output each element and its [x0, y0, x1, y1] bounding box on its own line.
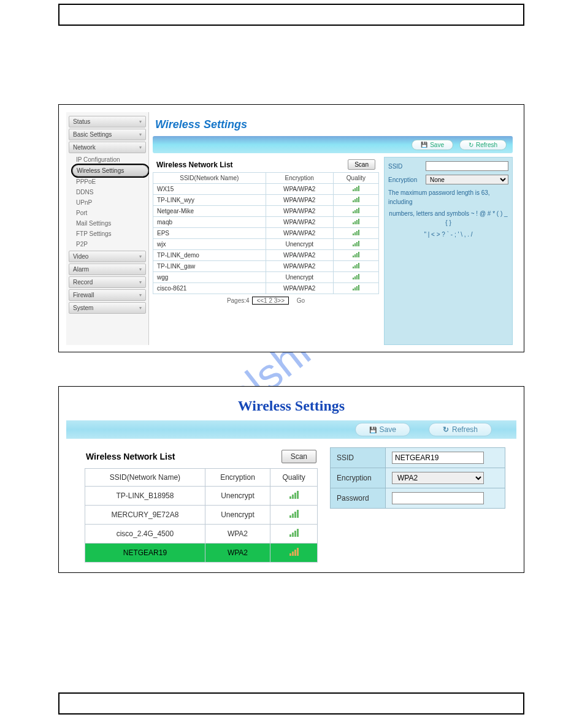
chevron-down-icon: ▾: [139, 279, 142, 285]
screenshot-2: Wireless Settings Save Refresh Wireless …: [58, 386, 524, 573]
pager-nav[interactable]: <<1 2 3>>: [252, 297, 289, 305]
signal-icon: [353, 285, 359, 290]
signal-icon: [289, 491, 299, 499]
sidebar-cat-firewall[interactable]: Firewall▾: [69, 289, 146, 301]
sidebar-item-port[interactable]: Port: [72, 208, 148, 218]
ssid-input[interactable]: [392, 452, 484, 464]
chevron-down-icon: ▾: [139, 305, 142, 311]
sidebar-cat-system[interactable]: System▾: [69, 302, 146, 314]
table-row[interactable]: cisco-8621WPA/WPA2: [153, 283, 379, 294]
network-table: SSID(Network Name) Encryption Quality WX…: [153, 172, 379, 294]
signal-icon: [353, 252, 359, 257]
hint-text-2: numbers, letters and symbols ~ ! @ # * (…: [388, 209, 508, 227]
sidebar-item-upnp[interactable]: UPnP: [72, 197, 148, 208]
col-ssid: SSID(Network Name): [153, 173, 266, 184]
signal-icon: [353, 208, 359, 213]
chevron-down-icon: ▾: [139, 132, 142, 137]
col-ssid: SSID(Network Name): [85, 469, 205, 487]
ssid-label: SSID: [331, 448, 386, 468]
sidebar-item-ftp-settings[interactable]: FTP Settings: [72, 229, 148, 239]
screenshot-1: Status▾Basic Settings▾Network▾IP Configu…: [58, 104, 524, 352]
pager-go[interactable]: Go: [297, 297, 305, 304]
table-row[interactable]: TP-LINK_gawWPA/WPA2: [153, 261, 379, 272]
table-row[interactable]: WX15WPA/WPA2: [153, 184, 379, 195]
scan-button[interactable]: Scan: [282, 450, 316, 463]
settings-form: SSID Encryption WPA2 Password: [330, 447, 505, 563]
toolbar: Save Refresh: [153, 136, 513, 153]
password-input[interactable]: [392, 492, 484, 504]
table-row[interactable]: EPSWPA/WPA2: [153, 228, 379, 239]
table-row[interactable]: Netgear-MikeWPA/WPA2: [153, 206, 379, 217]
signal-icon: [353, 241, 359, 246]
password-label: Password: [331, 488, 386, 509]
sidebar-cat-status[interactable]: Status▾: [69, 116, 146, 127]
signal-icon: [353, 186, 359, 191]
page-footer-bar: [58, 692, 524, 715]
table-row[interactable]: TP-LINK_wyyWPA/WPA2: [153, 195, 379, 206]
table-row[interactable]: cisco_2.4G_4500WPA2: [85, 525, 318, 544]
sidebar-item-ddns[interactable]: DDNS: [72, 187, 148, 197]
encryption-label: Encryption: [331, 468, 386, 488]
col-quality: Quality: [333, 173, 378, 184]
list-heading: Wireless Network List: [156, 161, 233, 169]
page-title: Wireless Settings: [153, 116, 513, 136]
sidebar-item-mail-settings[interactable]: Mail Settings: [72, 218, 148, 229]
sidebar-cat-record[interactable]: Record▾: [69, 276, 146, 288]
chevron-down-icon: ▾: [139, 267, 142, 272]
chevron-down-icon: ▾: [139, 254, 142, 259]
table-row[interactable]: MERCURY_9E72A8Unencrypt: [85, 506, 318, 525]
pager-label: Pages:4: [227, 297, 250, 304]
page-header-bar: [58, 4, 524, 26]
table-row[interactable]: maqbWPA/WPA2: [153, 217, 379, 228]
encryption-label: Encryption: [388, 176, 422, 183]
signal-icon: [289, 548, 299, 556]
signal-icon: [353, 197, 359, 202]
col-encryption: Encryption: [205, 469, 270, 487]
sidebar-item-p2p[interactable]: P2P: [72, 239, 148, 249]
page-title: Wireless Settings: [66, 394, 516, 420]
sidebar-cat-alarm[interactable]: Alarm▾: [69, 264, 146, 275]
signal-icon: [289, 510, 299, 518]
hint-text-1: The maximum password length is 63, inclu…: [388, 188, 508, 207]
sidebar-item-pppoe[interactable]: PPPoE: [72, 176, 148, 187]
toolbar: Save Refresh: [66, 420, 516, 439]
sidebar-cat-network[interactable]: Network▾: [69, 142, 146, 153]
signal-icon: [353, 274, 359, 279]
signal-icon: [289, 529, 299, 537]
table-row[interactable]: wggUnencrypt: [153, 272, 379, 283]
sidebar-cat-basic-settings[interactable]: Basic Settings▾: [69, 129, 146, 140]
list-heading: Wireless Network List: [86, 452, 175, 461]
chevron-down-icon: ▾: [139, 145, 142, 150]
chevron-down-icon: ▾: [139, 119, 142, 124]
hint-text-3: " | < > ? ` - ; ' \ , . /: [388, 230, 508, 239]
sidebar-item-wireless-settings[interactable]: Wireless Settings: [72, 165, 148, 176]
signal-icon: [353, 219, 359, 224]
chevron-down-icon: ▾: [139, 292, 142, 298]
save-button[interactable]: Save: [412, 140, 453, 150]
ssid-label: SSID: [388, 163, 422, 170]
table-row[interactable]: TP-LINK_demoWPA/WPA2: [153, 250, 379, 261]
table-row[interactable]: NETGEAR19WPA2: [85, 544, 318, 563]
refresh-button[interactable]: Refresh: [429, 423, 492, 436]
sidebar-nav: Status▾Basic Settings▾Network▾IP Configu…: [66, 112, 149, 345]
col-encryption: Encryption: [266, 173, 333, 184]
save-button[interactable]: Save: [355, 423, 410, 436]
scan-button[interactable]: Scan: [348, 159, 375, 170]
encryption-select[interactable]: None: [426, 175, 508, 184]
network-table: SSID(Network Name) Encryption Quality TP…: [85, 468, 318, 563]
col-quality: Quality: [270, 469, 318, 487]
sidebar-item-ip-configuration[interactable]: IP Configuration: [72, 154, 148, 165]
settings-form: SSID Encryption None The maximum passwor…: [384, 157, 513, 345]
ssid-input[interactable]: [426, 161, 508, 171]
signal-icon: [353, 263, 359, 268]
encryption-select[interactable]: WPA2: [392, 472, 484, 484]
sidebar-cat-video[interactable]: Video▾: [69, 251, 146, 262]
table-row[interactable]: TP-LINK_B18958Unencrypt: [85, 487, 318, 506]
pager: Pages:4 <<1 2 3>> Go: [153, 294, 379, 307]
signal-icon: [353, 230, 359, 235]
table-row[interactable]: wjxUnencrypt: [153, 239, 379, 250]
refresh-button[interactable]: Refresh: [459, 140, 507, 150]
